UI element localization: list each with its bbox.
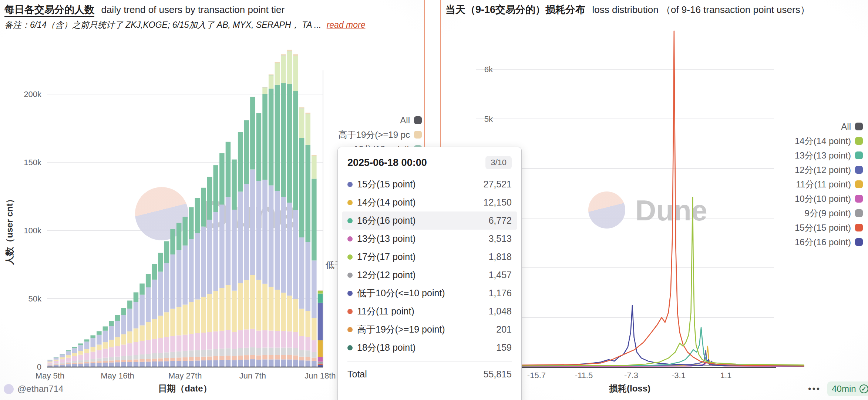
bar-segment[interactable] [238, 283, 243, 330]
bar-segment[interactable] [275, 290, 280, 331]
bar-segment[interactable] [164, 263, 169, 313]
bar-segment[interactable] [127, 356, 132, 360]
right-legend-item[interactable]: 10分(10 point) [752, 194, 863, 204]
bar-segment[interactable] [84, 341, 90, 349]
bar-segment[interactable] [262, 87, 268, 88]
bar-segment[interactable] [256, 331, 262, 348]
bar-segment[interactable] [146, 361, 151, 367]
bar-segment[interactable] [84, 360, 90, 362]
bar-segment[interactable] [84, 362, 90, 364]
bar-segment[interactable] [170, 352, 175, 358]
bar-segment[interactable] [139, 354, 145, 359]
bar-segment[interactable] [293, 348, 298, 356]
bar-segment[interactable] [54, 361, 59, 364]
bar-segment[interactable] [121, 344, 127, 356]
bar-segment[interactable] [97, 350, 102, 359]
bar-segment[interactable] [293, 332, 298, 348]
bar-segment[interactable] [72, 364, 77, 367]
bar-segment[interactable] [293, 360, 298, 367]
bar-segment[interactable] [66, 351, 71, 355]
bar-segment[interactable] [269, 186, 274, 287]
bar-segment[interactable] [275, 355, 280, 360]
bar-segment[interactable] [232, 356, 237, 360]
bar-segment[interactable] [219, 360, 225, 367]
right-legend-item[interactable]: 16分(16 point) [752, 237, 863, 247]
bar-segment[interactable] [66, 362, 71, 363]
bar-segment[interactable] [72, 363, 77, 364]
bar-segment[interactable] [189, 207, 194, 239]
bar-segment[interactable] [84, 339, 90, 341]
bar-segment[interactable] [287, 296, 292, 331]
bar-segment[interactable] [183, 246, 188, 305]
bar-segment[interactable] [91, 359, 96, 361]
bar-segment[interactable] [238, 360, 243, 367]
bar-segment[interactable] [306, 113, 311, 114]
bar-segment[interactable] [78, 351, 83, 355]
bar-segment[interactable] [164, 358, 169, 361]
bar-segment[interactable] [213, 356, 219, 360]
bar-segment[interactable] [121, 356, 127, 360]
bar-segment[interactable] [146, 340, 151, 354]
bar-segment[interactable] [91, 347, 96, 351]
bar-segment[interactable] [232, 291, 237, 332]
bar-segment[interactable] [109, 357, 114, 360]
bar-segment[interactable] [54, 357, 59, 360]
bar-segment[interactable] [207, 294, 212, 332]
bar-segment[interactable] [60, 354, 65, 357]
bar-segment[interactable] [207, 350, 212, 357]
bar-segment[interactable] [256, 280, 262, 331]
bar-segment[interactable] [287, 51, 292, 51]
bar-segment[interactable] [134, 329, 139, 342]
bar-segment[interactable] [213, 331, 219, 349]
bar-segment[interactable] [269, 75, 274, 89]
bar-segment[interactable] [72, 353, 77, 356]
bar-segment[interactable] [318, 303, 323, 340]
bar-segment[interactable] [281, 83, 286, 197]
bar-segment[interactable] [256, 356, 262, 360]
bar-segment[interactable] [244, 360, 249, 367]
bar-segment[interactable] [275, 63, 280, 85]
bar-segment[interactable] [219, 349, 225, 356]
bar-segment[interactable] [115, 315, 120, 321]
bar-segment[interactable] [262, 348, 268, 355]
bar-segment[interactable] [103, 331, 108, 342]
bar-segment[interactable] [219, 204, 225, 288]
bar-segment[interactable] [269, 360, 274, 367]
bar-segment[interactable] [312, 358, 317, 361]
bar-segment[interactable] [262, 88, 268, 94]
bar-segment[interactable] [195, 350, 200, 357]
bar-segment[interactable] [312, 361, 317, 367]
bar-segment[interactable] [121, 315, 127, 334]
bar-segment[interactable] [318, 357, 323, 362]
bar-segment[interactable] [134, 362, 139, 367]
bar-segment[interactable] [219, 288, 225, 331]
bar-segment[interactable] [170, 358, 175, 361]
bar-segment[interactable] [213, 360, 219, 367]
bar-segment[interactable] [146, 287, 151, 322]
bar-segment[interactable] [54, 364, 59, 365]
right-legend-item[interactable]: All [752, 121, 863, 131]
bar-segment[interactable] [318, 291, 323, 291]
bar-segment[interactable] [256, 181, 262, 280]
bar-segment[interactable] [238, 132, 243, 191]
bar-segment[interactable] [232, 349, 237, 356]
bar-segment[interactable] [306, 360, 311, 367]
bar-segment[interactable] [170, 361, 175, 367]
bar-segment[interactable] [287, 360, 292, 367]
bar-segment[interactable] [238, 356, 243, 360]
right-legend-item[interactable]: 13分(13 point) [752, 150, 863, 160]
bar-segment[interactable] [232, 360, 237, 367]
bar-segment[interactable] [84, 363, 90, 367]
bar-segment[interactable] [164, 352, 169, 358]
bar-segment[interactable] [256, 360, 262, 367]
bar-segment[interactable] [318, 291, 323, 291]
bar-segment[interactable] [238, 192, 243, 283]
bar-segment[interactable] [127, 360, 132, 362]
bar-segment[interactable] [207, 356, 212, 360]
bar-segment[interactable] [287, 355, 292, 360]
bar-segment[interactable] [84, 353, 90, 360]
bar-segment[interactable] [312, 352, 317, 358]
bar-segment[interactable] [299, 360, 305, 367]
bar-segment[interactable] [312, 340, 317, 352]
bar-segment[interactable] [97, 361, 102, 363]
